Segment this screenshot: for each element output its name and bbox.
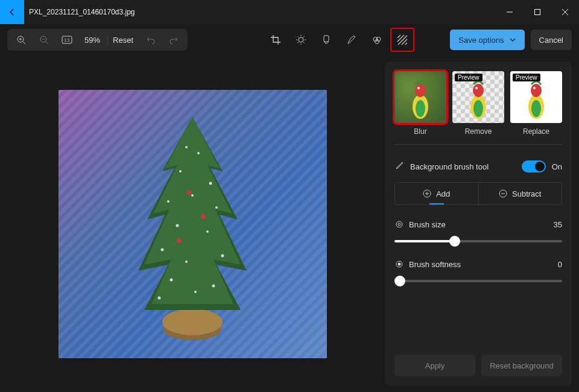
svg-line-5: [23, 42, 25, 44]
adjust-tool[interactable]: [289, 28, 313, 52]
redo-button[interactable]: [163, 30, 184, 50]
brush-tool-label: Background brush tool: [410, 162, 489, 171]
markup-tool[interactable]: [340, 28, 364, 52]
brush-size-slider[interactable]: [394, 240, 562, 242]
svg-rect-1: [535, 10, 540, 15]
zoom-level: 59%: [80, 36, 105, 45]
chevron-down-icon: [509, 36, 516, 43]
toolbar: 1:1 59% Reset Save options Cancel: [0, 24, 579, 55]
canvas-area[interactable]: [0, 55, 385, 392]
filter-tool[interactable]: [314, 28, 338, 52]
bg-option-label: Replace: [510, 127, 562, 136]
svg-point-39: [191, 194, 194, 197]
zoom-in-button[interactable]: [11, 30, 31, 50]
zoom-out-button[interactable]: [34, 30, 54, 50]
svg-point-50: [201, 214, 206, 219]
bg-option-label: Remove: [452, 127, 504, 136]
window-title: PXL_20231121_01460170d3.jpg: [24, 8, 135, 16]
preview-badge: Preview: [455, 74, 482, 81]
svg-point-48: [158, 296, 161, 299]
titlebar: PXL_20231121_01460170d3.jpg: [0, 0, 579, 24]
svg-point-57: [473, 84, 484, 97]
tab-subtract[interactable]: Subtract: [479, 183, 562, 204]
svg-point-35: [179, 170, 182, 172]
svg-point-37: [167, 200, 169, 203]
svg-point-59: [473, 100, 483, 117]
crop-tool[interactable]: [264, 28, 288, 52]
bg-option-remove[interactable]: Preview Remove: [452, 71, 504, 136]
save-label: Save options: [458, 36, 504, 45]
undo-button[interactable]: [141, 30, 161, 50]
svg-point-69: [396, 221, 402, 227]
svg-point-46: [212, 284, 215, 287]
svg-text:1:1: 1:1: [64, 38, 70, 42]
svg-line-27: [397, 35, 404, 42]
brush-size-label: Brush size: [409, 220, 549, 229]
svg-rect-22: [324, 36, 329, 42]
reset-background-button[interactable]: Reset background: [481, 355, 562, 376]
zoom-reset-button[interactable]: Reset: [107, 36, 138, 45]
svg-line-9: [46, 42, 48, 44]
svg-point-38: [215, 206, 218, 209]
svg-point-13: [299, 37, 303, 42]
bg-option-blur[interactable]: Blur: [394, 71, 446, 136]
svg-point-24: [376, 37, 381, 42]
brush-softness-value: 0: [558, 260, 562, 269]
brush-softness-slider[interactable]: [394, 280, 562, 282]
bg-option-label: Blur: [394, 127, 446, 136]
background-tool[interactable]: [390, 28, 414, 52]
preview-badge: Preview: [513, 74, 540, 81]
close-button[interactable]: [551, 0, 579, 24]
toggle-state: On: [552, 162, 562, 171]
retouch-tool[interactable]: [365, 28, 389, 52]
bg-option-replace[interactable]: Preview Replace: [510, 71, 562, 136]
svg-point-34: [197, 152, 200, 154]
tab-add[interactable]: Add: [395, 183, 479, 204]
svg-point-55: [416, 100, 425, 117]
minimize-button[interactable]: [496, 0, 524, 24]
maximize-button[interactable]: [524, 0, 551, 24]
back-button[interactable]: [0, 0, 24, 24]
svg-point-47: [194, 291, 197, 293]
svg-line-18: [298, 37, 299, 38]
svg-point-32: [162, 309, 223, 335]
svg-point-62: [533, 87, 536, 89]
svg-point-70: [398, 223, 400, 226]
tree-subject: [126, 111, 259, 340]
svg-line-19: [303, 42, 305, 43]
svg-line-30: [405, 43, 407, 45]
background-panel: Blur Preview Remove Preview Replace: [385, 62, 572, 386]
canvas-image: [59, 90, 327, 358]
svg-point-45: [170, 278, 173, 281]
svg-point-58: [475, 87, 478, 89]
apply-button[interactable]: Apply: [394, 355, 475, 376]
brush-size-icon: [394, 220, 404, 229]
svg-point-36: [209, 182, 212, 185]
brush-size-value: 35: [554, 220, 562, 229]
svg-point-72: [398, 263, 401, 266]
fit-to-screen-button[interactable]: 1:1: [57, 30, 77, 50]
svg-point-61: [531, 84, 542, 97]
svg-line-21: [303, 37, 305, 38]
svg-point-43: [221, 254, 224, 257]
brush-icon: [394, 160, 404, 172]
brush-tool-toggle[interactable]: [522, 160, 546, 172]
svg-point-44: [185, 261, 188, 263]
svg-point-40: [176, 224, 179, 227]
svg-line-26: [397, 35, 400, 38]
svg-point-51: [177, 238, 182, 243]
brush-softness-label: Brush softness: [409, 260, 553, 269]
save-options-button[interactable]: Save options: [450, 30, 524, 50]
cancel-button[interactable]: Cancel: [531, 30, 572, 50]
svg-point-41: [206, 230, 209, 233]
brush-softness-icon: [394, 259, 404, 269]
tab-add-label: Add: [436, 189, 450, 198]
svg-point-42: [161, 248, 164, 251]
svg-point-54: [417, 87, 420, 89]
tab-subtract-label: Subtract: [512, 189, 541, 198]
svg-point-63: [531, 100, 541, 117]
svg-point-25: [375, 40, 379, 44]
plus-icon: [423, 189, 431, 198]
svg-point-53: [415, 84, 426, 97]
svg-point-49: [187, 190, 192, 195]
